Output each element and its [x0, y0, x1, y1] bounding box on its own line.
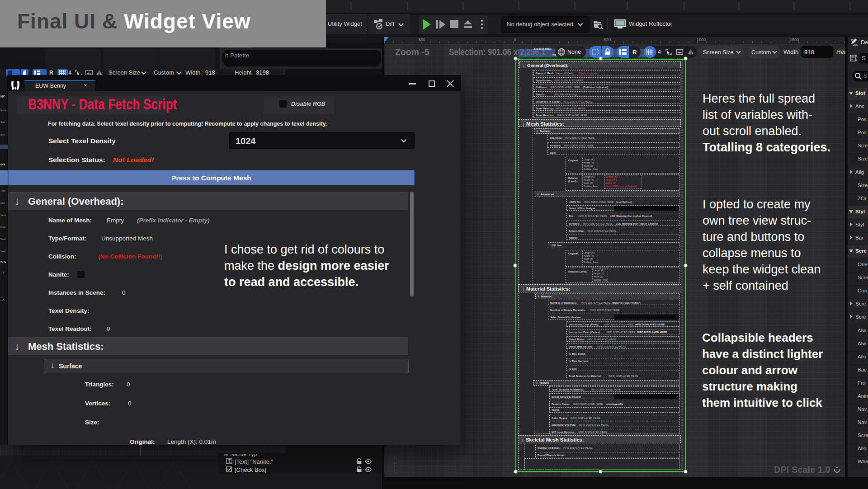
svg-text:T: T [228, 459, 231, 464]
